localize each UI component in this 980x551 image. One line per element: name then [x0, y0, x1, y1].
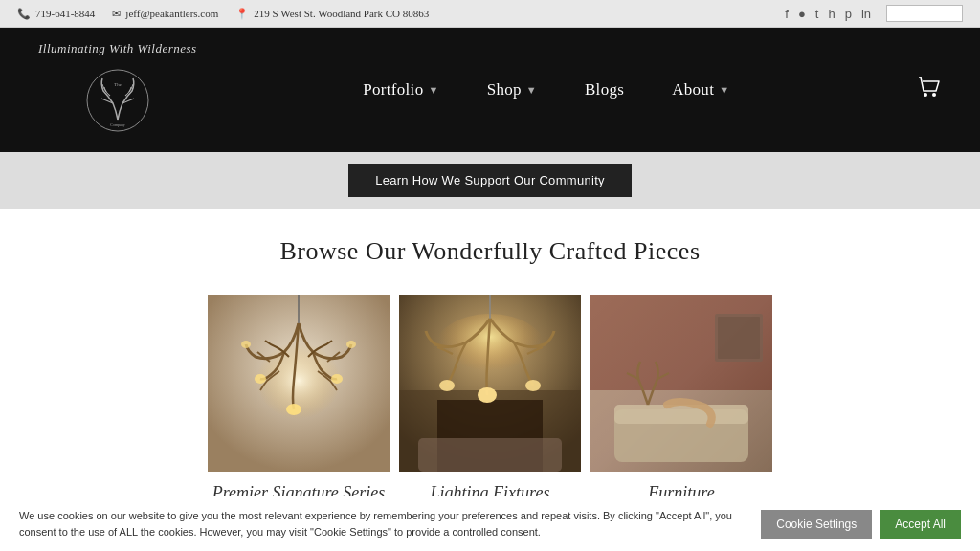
nav-shop[interactable]: Shop ▼ [487, 80, 537, 99]
svg-point-19 [478, 387, 497, 403]
product-furniture[interactable]: Furniture [586, 295, 777, 503]
svg-rect-22 [418, 438, 562, 472]
svg-point-11 [331, 374, 343, 384]
social-links: f ● t h p in [785, 7, 871, 21]
svg-point-4 [932, 93, 936, 97]
premier-image [208, 295, 390, 472]
nav-portfolio[interactable]: Portfolio ▼ [363, 80, 438, 99]
browse-title: Browse Our Wonderfully Crafted Pieces [38, 237, 942, 266]
phone-contact: 📞 719-641-8844 [17, 8, 95, 20]
nav-about-label: About [672, 80, 714, 99]
svg-point-21 [525, 380, 541, 391]
svg-point-13 [346, 341, 356, 348]
svg-point-12 [241, 341, 251, 348]
site-header: Illuminating With Wilderness The Company [0, 28, 980, 152]
email-icon: ✉ [112, 8, 121, 20]
furniture-svg [590, 295, 772, 472]
address-contact: 📍 219 S West St. Woodland Park CO 80863 [235, 8, 429, 20]
nav-blogs-label: Blogs [585, 80, 624, 99]
community-banner: Learn How We Support Our Community [0, 152, 980, 209]
product-lighting[interactable]: Lighting Fixtures [394, 295, 586, 503]
svg-point-10 [255, 374, 266, 384]
lighting-svg [399, 295, 581, 472]
cart-button[interactable] [915, 74, 942, 106]
community-button[interactable]: Learn How We Support Our Community [348, 164, 632, 197]
cookie-text: We use cookies on our website to give yo… [19, 508, 761, 540]
address-text: 219 S West St. Woodland Park CO 80863 [254, 8, 429, 19]
svg-point-3 [924, 93, 927, 97]
instagram-icon[interactable]: ● [798, 7, 806, 21]
nav-portfolio-label: Portfolio [363, 80, 423, 99]
svg-point-20 [439, 380, 455, 391]
location-icon: 📍 [235, 8, 249, 20]
cart-icon [915, 74, 942, 100]
search-area[interactable] [886, 5, 963, 22]
about-dropdown-arrow: ▼ [719, 84, 729, 96]
top-bar: 📞 719-641-8844 ✉ jeff@peakantlers.com 📍 … [0, 0, 980, 28]
facebook-icon[interactable]: f [785, 7, 789, 21]
main-nav: Portfolio ▼ Shop ▼ Blogs About ▼ [197, 80, 896, 99]
premier-chandelier-svg [208, 295, 390, 472]
svg-point-9 [286, 404, 301, 415]
furniture-image [590, 295, 772, 472]
svg-text:The: The [114, 82, 122, 87]
logo-svg: The Company [79, 67, 156, 134]
phone-icon: 📞 [17, 8, 31, 20]
nav-shop-label: Shop [487, 80, 522, 99]
accept-all-button[interactable]: Accept All [880, 510, 961, 539]
search-input[interactable] [886, 5, 963, 22]
product-row-1: Premier Signature Series [38, 295, 942, 503]
pinterest-icon[interactable]: p [845, 7, 852, 21]
twitter-icon[interactable]: t [815, 7, 819, 21]
cookie-banner: We use cookies on our website to give yo… [0, 496, 980, 551]
email-address: jeff@peakantlers.com [125, 8, 218, 19]
email-contact: ✉ jeff@peakantlers.com [112, 8, 218, 20]
logo-image: The Company [75, 62, 161, 139]
contact-info: 📞 719-641-8844 ✉ jeff@peakantlers.com 📍 … [17, 8, 429, 20]
logo-area: Illuminating With Wilderness The Company [38, 41, 197, 139]
cookie-buttons: Cookie Settings Accept All [761, 510, 961, 539]
nav-blogs[interactable]: Blogs [585, 80, 624, 99]
phone-number: 719-641-8844 [35, 8, 95, 19]
lighting-image [399, 295, 581, 472]
linkedin-icon[interactable]: in [861, 7, 871, 21]
houzz-icon[interactable]: h [828, 7, 835, 21]
shop-dropdown-arrow: ▼ [526, 84, 537, 96]
svg-rect-29 [718, 317, 760, 359]
nav-about[interactable]: About ▼ [672, 80, 729, 99]
product-premier[interactable]: Premier Signature Series [203, 295, 394, 503]
portfolio-dropdown-arrow: ▼ [428, 84, 438, 96]
svg-text:Company: Company [110, 122, 125, 127]
site-tagline: Illuminating With Wilderness [38, 41, 197, 56]
svg-rect-27 [614, 405, 748, 424]
cookie-settings-button[interactable]: Cookie Settings [761, 510, 872, 539]
